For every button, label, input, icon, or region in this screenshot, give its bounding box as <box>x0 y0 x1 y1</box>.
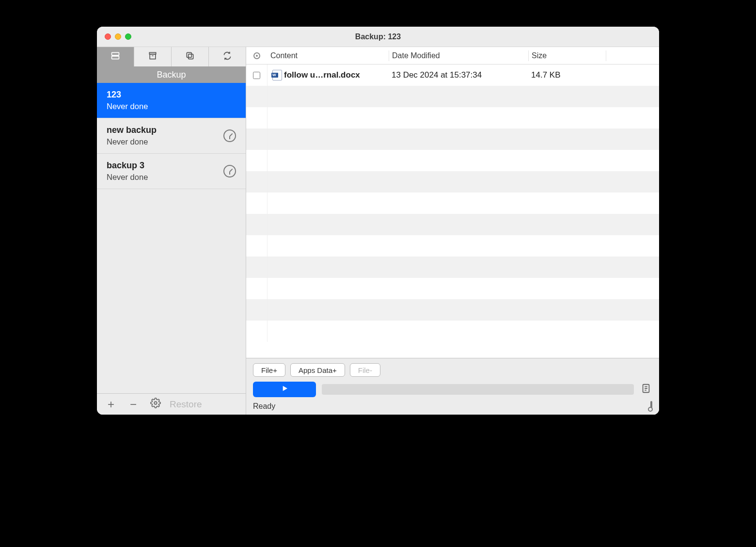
svg-rect-1 <box>112 56 119 59</box>
empty-row <box>246 107 659 129</box>
column-header-size[interactable]: Size <box>528 50 606 61</box>
restore-button[interactable]: Restore <box>170 399 202 410</box>
file-remove-button[interactable]: File- <box>350 363 380 377</box>
backup-item-status: Never done <box>107 102 148 111</box>
row-filename: follow u…rnal.docx <box>284 70 389 80</box>
add-backup-button[interactable]: + <box>100 395 122 414</box>
main-panel: Content Date Modified Size follow u…rnal… <box>246 47 659 415</box>
minus-icon: − <box>130 398 137 411</box>
status-text: Ready <box>253 402 275 411</box>
backup-icon <box>110 51 120 63</box>
gear-icon <box>150 398 161 411</box>
backup-item-status: Never done <box>107 173 148 182</box>
empty-row <box>246 86 659 107</box>
select-all-radio-icon[interactable] <box>253 52 260 59</box>
schedule-icon <box>223 165 236 177</box>
file-table: follow u…rnal.docx 13 Dec 2024 at 15:37:… <box>246 64 659 358</box>
backup-list: 123 Never done new backup Never done <box>97 83 246 393</box>
empty-row <box>246 150 659 171</box>
sidebar-tabs <box>97 47 246 66</box>
run-backup-button[interactable] <box>253 382 316 397</box>
progress-bar <box>322 384 634 395</box>
play-icon <box>281 385 288 394</box>
backup-item-123[interactable]: 123 Never done <box>97 83 246 118</box>
close-window-button[interactable] <box>105 33 111 40</box>
sync-icon <box>222 51 232 63</box>
column-header-date[interactable]: Date Modified <box>389 50 528 61</box>
clone-icon <box>185 51 195 63</box>
backup-item-new-backup[interactable]: new backup Never done <box>97 118 246 154</box>
backup-item-backup-3[interactable]: backup 3 Never done <box>97 154 246 189</box>
empty-row <box>246 235 659 257</box>
column-header-extra <box>606 50 659 61</box>
sidebar-tab-sync[interactable] <box>209 47 246 66</box>
docx-file-icon <box>272 70 282 80</box>
empty-row <box>246 129 659 150</box>
apps-data-add-button[interactable]: Apps Data+ <box>290 363 345 377</box>
svg-point-7 <box>154 402 157 404</box>
sidebar-tab-archive[interactable] <box>134 47 172 66</box>
log-button[interactable] <box>640 383 652 396</box>
empty-row <box>246 257 659 278</box>
empty-row <box>246 278 659 299</box>
app-window: Backup: 123 <box>97 27 659 415</box>
svg-rect-3 <box>150 54 156 59</box>
backup-item-name: 123 <box>107 90 148 100</box>
backup-item-name: new backup <box>107 125 157 135</box>
backup-item-name: backup 3 <box>107 161 148 171</box>
row-checkbox[interactable] <box>253 72 260 79</box>
row-size: 14.7 KB <box>528 70 606 80</box>
table-header: Content Date Modified Size <box>246 47 659 64</box>
svg-rect-0 <box>112 52 119 55</box>
window-controls <box>105 33 131 40</box>
backup-item-status: Never done <box>107 137 157 146</box>
row-date: 13 Dec 2024 at 15:37:34 <box>389 70 528 80</box>
empty-row <box>246 299 659 321</box>
svg-rect-6 <box>189 54 193 59</box>
zoom-window-button[interactable] <box>125 33 131 40</box>
bottom-toolbar: File+ Apps Data+ File- <box>246 358 659 415</box>
settings-button[interactable] <box>144 395 167 414</box>
document-icon <box>641 383 651 396</box>
sidebar-tab-clone[interactable] <box>172 47 209 66</box>
svg-rect-5 <box>187 52 191 57</box>
minimize-window-button[interactable] <box>115 33 121 40</box>
empty-row <box>246 171 659 193</box>
empty-row <box>246 193 659 214</box>
schedule-icon <box>223 129 236 142</box>
titlebar: Backup: 123 <box>97 27 659 47</box>
sidebar-tab-backup[interactable] <box>97 47 134 66</box>
empty-row <box>246 214 659 235</box>
sidebar-footer: + − Restore <box>97 393 246 415</box>
schedule-button[interactable] <box>650 402 652 411</box>
empty-row <box>246 321 659 342</box>
sidebar: Backup 123 Never done new backup Never d… <box>97 47 246 415</box>
calendar-clock-icon <box>650 401 652 411</box>
table-row[interactable]: follow u…rnal.docx 13 Dec 2024 at 15:37:… <box>246 64 659 86</box>
file-add-button[interactable]: File+ <box>253 363 285 377</box>
window-title: Backup: 123 <box>97 32 659 41</box>
remove-backup-button[interactable]: − <box>122 395 144 414</box>
column-header-content[interactable]: Content <box>268 51 389 60</box>
sidebar-tab-label: Backup <box>97 66 246 83</box>
plus-icon: + <box>108 398 114 411</box>
archive-icon <box>148 51 158 63</box>
